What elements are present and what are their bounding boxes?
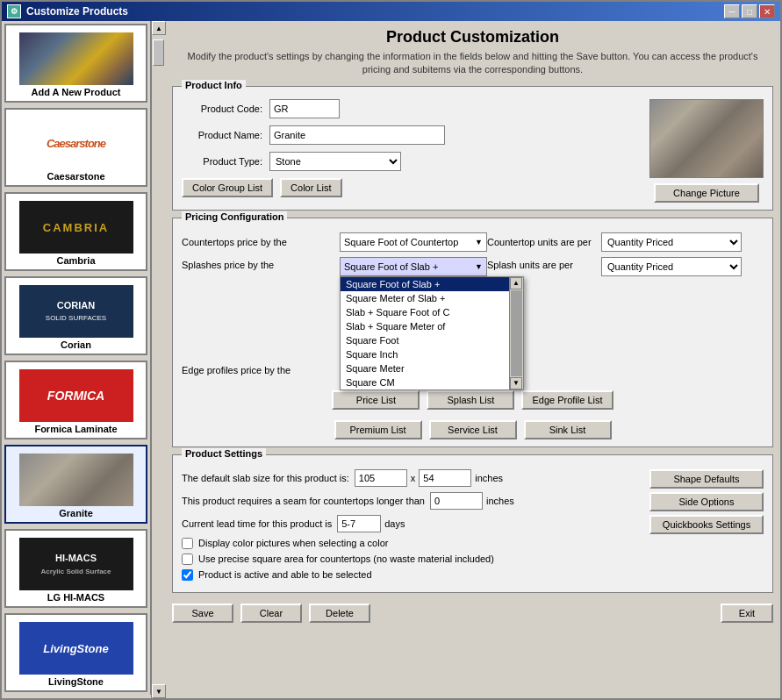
sidebar-item-formica[interactable]: FORMICA Formica Laminate xyxy=(4,361,147,439)
himacs-thumb-image: HI-MACSAcrylic Solid Surface xyxy=(19,538,133,590)
sidebar-label-granite: Granite xyxy=(59,508,93,518)
clear-button[interactable]: Clear xyxy=(240,604,302,623)
sidebar-label-caesarstone: Caesarstone xyxy=(47,171,104,182)
service-list-button[interactable]: Service List xyxy=(429,420,517,439)
pricing-wrapper: Countertops price by the Square Foot of … xyxy=(182,225,764,439)
product-code-input[interactable] xyxy=(269,99,340,118)
granite-thumb-image xyxy=(19,454,133,506)
cambria-thumb-image: CAMBRIA xyxy=(19,201,133,254)
page-description: Modify the product's settings by changin… xyxy=(172,50,773,77)
formica-thumb-image: FORMICA xyxy=(19,369,133,422)
splash-list-button[interactable]: Splash List xyxy=(427,390,514,410)
seam-row: This product requires a seam for counter… xyxy=(182,492,641,510)
countertop-price-select[interactable]: Square Foot of Countertop ▼ xyxy=(340,232,487,252)
checkbox3[interactable] xyxy=(182,569,193,581)
seam-input[interactable] xyxy=(430,492,483,510)
splash-select-value: Square Foot of Slab + xyxy=(344,261,438,272)
main-window: ⚙ Customize Products ─ □ ✕ Add A New Pro… xyxy=(0,0,782,700)
edge-profile-list-button[interactable]: Edge Profile List xyxy=(521,390,613,410)
close-button[interactable]: ✕ xyxy=(759,4,775,18)
sidebar-label-add: Add A New Product xyxy=(32,87,121,97)
dropdown-option-3[interactable]: Slab + Square Meter of xyxy=(341,319,523,333)
lead-time-label: Current lead time for this product is xyxy=(182,518,332,529)
sidebar-item-granite[interactable]: Granite xyxy=(4,445,147,524)
caesarstone-thumb-image: Caesarstone xyxy=(19,117,133,169)
scroll-thumb[interactable] xyxy=(153,39,164,66)
dropdown-option-0[interactable]: Square Foot of Slab + xyxy=(341,277,523,291)
price-list-button[interactable]: Price List xyxy=(332,390,420,410)
sink-list-button[interactable]: Sink List xyxy=(524,420,612,439)
add-thumb-image xyxy=(19,32,133,85)
minimize-button[interactable]: ─ xyxy=(724,4,740,18)
color-list-button[interactable]: Color List xyxy=(280,178,341,197)
delete-button[interactable]: Delete xyxy=(309,604,370,623)
checkbox2-row: Use precise square area for countertops … xyxy=(182,554,641,565)
countertop-unit-label: Countertop units are per xyxy=(487,237,601,247)
maximize-button[interactable]: □ xyxy=(742,4,757,18)
scroll-down-arrow[interactable]: ▼ xyxy=(152,684,166,698)
product-type-select[interactable]: Stone Laminate Solid Surface Wood xyxy=(269,152,401,171)
countertop-unit-select[interactable]: Quantity Priced xyxy=(601,232,742,252)
pricing-config-section: Pricing Configuration Countertops price … xyxy=(172,218,773,447)
quickbooks-settings-button[interactable]: Quickbooks Settings xyxy=(649,515,764,534)
sidebar-thumb-formica: FORMICA xyxy=(19,369,133,422)
countertop-dropdown-wrapper: Square Foot of Countertop ▼ xyxy=(340,232,487,252)
splash-dropdown-arrow: ▼ xyxy=(475,262,483,271)
dd-scroll-thumb xyxy=(511,290,522,376)
scroll-up-arrow[interactable]: ▲ xyxy=(152,21,166,35)
corian-thumb-image: CORIANSOLID SURFACES xyxy=(19,285,133,338)
sidebar-item-livingstone[interactable]: LivingStone LivingStone xyxy=(4,613,147,692)
change-picture-button[interactable]: Change Picture xyxy=(654,183,759,203)
dropdown-option-6[interactable]: Square Meter xyxy=(341,361,523,375)
dropdown-scrollbar[interactable]: ▲ ▼ xyxy=(509,277,523,389)
edge-price-label: Edge profiles price by the xyxy=(182,365,340,375)
exit-button[interactable]: Exit xyxy=(721,604,773,623)
bottom-area: Save Clear Delete Exit xyxy=(172,600,773,623)
countertop-price-label: Countertops price by the xyxy=(182,237,340,247)
dropdown-option-2[interactable]: Slab + Square Foot of C xyxy=(341,305,523,319)
slab-height-input[interactable] xyxy=(419,469,471,487)
color-group-list-button[interactable]: Color Group List xyxy=(182,178,273,197)
splash-price-select[interactable]: Square Foot of Slab + ▼ xyxy=(340,257,487,276)
sidebar-thumb-cambria: CAMBRIA xyxy=(19,201,133,254)
shape-defaults-button[interactable]: Shape Defaults xyxy=(649,469,764,489)
dd-scroll-down[interactable]: ▼ xyxy=(510,377,522,389)
save-button[interactable]: Save xyxy=(172,604,233,623)
slab-width-input[interactable] xyxy=(355,469,407,487)
sidebar-item-add-new-product[interactable]: Add A New Product xyxy=(4,24,147,103)
sidebar-item-himacs[interactable]: HI-MACSAcrylic Solid Surface LG HI-MACS xyxy=(4,529,147,608)
splash-unit-select[interactable]: Quantity Priced xyxy=(601,257,742,276)
product-image-area: Change Picture xyxy=(649,99,764,203)
splash-price-label: Splashes price by the xyxy=(182,257,340,270)
page-title: Product Customization xyxy=(172,28,773,46)
dropdown-option-1[interactable]: Square Meter of Slab + xyxy=(341,291,523,305)
product-info-section: Product Info Product Code: Product Name: xyxy=(172,86,773,211)
side-options-button[interactable]: Side Options xyxy=(649,492,764,511)
premium-list-button[interactable]: Premium List xyxy=(334,420,422,439)
dropdown-option-7[interactable]: Square CM xyxy=(341,375,523,389)
livingstone-thumb-image: LivingStone xyxy=(19,622,133,675)
sidebar-item-corian[interactable]: CORIANSOLID SURFACES Corian xyxy=(4,276,147,355)
dropdown-option-5[interactable]: Square Inch xyxy=(341,347,523,361)
sidebar-item-caesarstone[interactable]: Caesarstone Caesarstone xyxy=(4,108,147,187)
sidebar-thumb-caesarstone: Caesarstone xyxy=(19,117,133,169)
product-image xyxy=(649,99,764,178)
checkbox2[interactable] xyxy=(182,554,193,565)
settings-main: The default slab size for this product i… xyxy=(182,462,764,585)
checkbox1[interactable] xyxy=(182,538,193,549)
window-body: Add A New Product Caesarstone Caesarston… xyxy=(2,21,780,698)
seam-label: This product requires a seam for counter… xyxy=(182,496,425,506)
product-name-input[interactable] xyxy=(269,125,445,145)
sidebar-scrollbar[interactable]: ▲ ▼ xyxy=(151,21,165,698)
slab-unit-label: inches xyxy=(475,473,503,483)
main-content-area: Product Customization Modify the product… xyxy=(165,21,780,698)
checkbox1-label: Display color pictures when selecting a … xyxy=(198,538,388,548)
countertop-dropdown-arrow: ▼ xyxy=(475,238,483,246)
sidebar-item-cambria[interactable]: CAMBRIA Cambria xyxy=(4,192,147,271)
type-label: Product Type: xyxy=(182,156,269,167)
dd-scroll-up[interactable]: ▲ xyxy=(510,277,522,289)
product-type-row: Product Type: Stone Laminate Solid Surfa… xyxy=(182,152,641,171)
lead-time-input[interactable] xyxy=(337,515,381,532)
product-name-row: Product Name: xyxy=(182,125,641,145)
dropdown-option-4[interactable]: Square Foot xyxy=(341,333,523,347)
